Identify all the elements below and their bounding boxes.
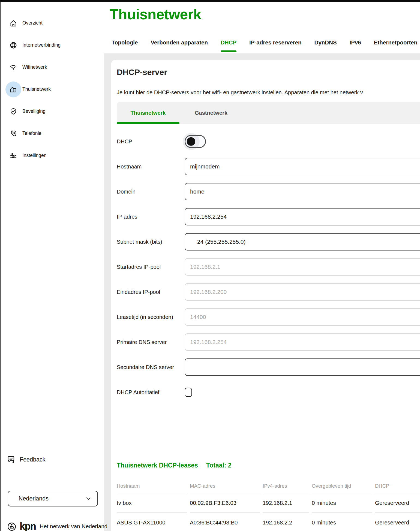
secundaire-dns-label: Secundaire DNS server <box>117 364 174 370</box>
form-row-secundaire-dns: Secundaire DNS server <box>117 355 420 380</box>
column-header: MAC-adres <box>190 483 260 493</box>
sidebar-item-label: Wifinetwerk <box>22 64 47 70</box>
kpn-logo-text: kpn <box>20 521 36 531</box>
form-row-startadres-ip-pool: Startadres IP-pool192.168.2.1 <box>117 254 420 279</box>
sidebar: OverzichtInternetverbindingWifinetwerkTh… <box>0 2 104 531</box>
table-cell: tv box <box>117 493 187 513</box>
table-cell: 192.168.2.2 <box>263 513 309 531</box>
main-content: Thuisnetwerk TopologieVerbonden apparate… <box>105 2 420 531</box>
primaire-dns-label: Primaire DNS server <box>117 339 167 345</box>
feedback-button[interactable]: Feedback <box>7 455 45 464</box>
form-row-domein: Domeinhome <box>117 179 420 204</box>
dhcp-toggle[interactable] <box>185 135 206 148</box>
table-cell: 00:02:9B:F3:E6:03 <box>190 493 260 513</box>
subtab-gastnetwerk[interactable]: Gastnetwerk <box>179 102 243 124</box>
section-tabs: TopologieVerbonden apparatenDHCPIP-adres… <box>112 39 417 46</box>
tab-topologie[interactable]: Topologie <box>112 39 138 46</box>
table-cell: 192.168.2.1 <box>263 493 309 513</box>
leasetijd-label: Leasetijd (in seconden) <box>117 314 173 320</box>
leases-table: HostnaamMAC-adresIPv4-adresOvergebleven … <box>117 483 420 531</box>
domein-input[interactable]: home <box>185 183 420 200</box>
sidebar-item-overzicht[interactable]: Overzicht <box>1 12 104 34</box>
toggle-knob <box>187 137 195 146</box>
chevron-down-icon <box>85 496 91 502</box>
sidebar-item-beveiliging[interactable]: Beveiliging <box>1 100 104 122</box>
dhcp-form: DHCPHostnaammijnmodemDomeinhomeIP-adres1… <box>117 129 420 405</box>
page-title: Thuisnetwerk <box>110 6 201 23</box>
sidebar-item-label: Instellingen <box>22 153 47 158</box>
sidebar-item-telefonie[interactable]: Telefonie <box>1 122 104 144</box>
column-header: Overgebleven tijd <box>312 483 372 493</box>
domein-label: Domein <box>117 189 136 195</box>
form-row-dhcp-autoritatief: DHCP Autoritatief <box>117 380 420 405</box>
form-row-primaire-dns: Primaire DNS server192.168.2.254 <box>117 330 420 355</box>
subnet-mask-select[interactable]: 24 (255.255.255.0) <box>185 233 420 251</box>
tab-dyndns[interactable]: DynDNS <box>314 39 337 46</box>
sidebar-item-thuisnetwerk[interactable]: Thuisnetwerk <box>1 78 104 100</box>
tab-dhcp[interactable]: DHCP <box>221 39 236 46</box>
wifi-icon <box>9 63 18 72</box>
sidebar-item-instellingen[interactable]: Instellingen <box>1 144 104 167</box>
leases-total: Totaal: 2 <box>206 462 232 469</box>
sidebar-item-label: Telefonie <box>22 131 41 136</box>
table-cell: ASUS GT-AX11000 <box>117 513 187 531</box>
sidebar-item-label: Overzicht <box>22 20 43 26</box>
sidebar-nav: OverzichtInternetverbindingWifinetwerkTh… <box>1 12 104 167</box>
table-cell: 0 minutes <box>312 513 372 531</box>
eindadres-ip-pool-label: Eindadres IP-pool <box>117 289 160 295</box>
kpn-modem-admin-page: OverzichtInternetverbindingWifinetwerkTh… <box>0 0 420 531</box>
network-subtabs: ThuisnetwerkGastnetwerk <box>117 102 420 124</box>
card-heading: DHCP-server <box>117 68 167 77</box>
table-cell: Gereserveerd <box>375 493 420 513</box>
table-cell: 0 minutes <box>312 493 372 513</box>
window-top-bar <box>0 0 420 2</box>
content-background: DHCP-server Je kunt hier de DHCP-servers… <box>104 53 420 531</box>
form-row-ip-adres: IP-adres192.168.2.254 <box>117 204 420 229</box>
dhcp-autoritatief-checkbox[interactable] <box>185 388 192 397</box>
table-cell: Gereserveerd <box>375 513 420 531</box>
language-select[interactable]: Nederlands <box>8 491 98 506</box>
shield-check-icon <box>9 107 18 116</box>
globe-icon <box>9 41 18 50</box>
secundaire-dns-input[interactable] <box>185 358 420 376</box>
primaire-dns-input: 192.168.2.254 <box>185 333 420 351</box>
form-row-dhcp-toggle: DHCP <box>117 129 420 154</box>
table-cell: A0:36:BC:44:93:B0 <box>190 513 260 531</box>
column-header: IPv4-adres <box>263 483 309 493</box>
subtab-thuisnetwerk[interactable]: Thuisnetwerk <box>117 102 179 124</box>
sidebar-item-label: Internetverbinding <box>22 42 61 48</box>
ip-adres-input[interactable]: 192.168.2.254 <box>185 208 420 225</box>
leases-heading: Thuisnetwerk DHCP-leasesTotaal: 2 <box>117 462 232 469</box>
tab-ipv6[interactable]: IPv6 <box>350 39 361 46</box>
home-icon <box>9 19 18 28</box>
hostnaam-input[interactable]: mijnmodem <box>185 158 420 175</box>
sidebar-item-label: Thuisnetwerk <box>22 86 51 92</box>
subnet-mask-label: Subnet mask (bits) <box>117 239 162 245</box>
form-row-hostnaam: Hostnaammijnmodem <box>117 154 420 179</box>
tab-ethernetpoorten[interactable]: Ethernetpoorten <box>374 39 417 46</box>
hostnaam-label: Hostnaam <box>117 164 142 170</box>
home-network-icon <box>9 85 18 94</box>
form-row-eindadres-ip-pool: Eindadres IP-pool192.168.2.200 <box>117 279 420 304</box>
form-row-subnet-mask: Subnet mask (bits)24 (255.255.255.0) <box>117 229 420 254</box>
phone-icon <box>9 129 18 138</box>
kpn-tagline: Het netwerk van Nederland <box>40 523 107 530</box>
dhcp-autoritatief-label: DHCP Autoritatief <box>117 389 159 396</box>
dhcp-server-card: DHCP-server Je kunt hier de DHCP-servers… <box>111 60 420 531</box>
feedback-icon <box>7 455 16 464</box>
dhcp-toggle-label: DHCP <box>117 138 132 145</box>
feedback-label: Feedback <box>20 456 45 463</box>
form-row-leasetijd: Leasetijd (in seconden)14400 <box>117 304 420 330</box>
sliders-icon <box>9 151 18 160</box>
tab-ip-adres-reserveren[interactable]: IP-adres reserveren <box>249 39 301 46</box>
tab-verbonden-apparaten[interactable]: Verbonden apparaten <box>151 39 208 46</box>
card-description: Je kunt hier de DHCP-servers voor het wi… <box>117 89 363 96</box>
sidebar-item-label: Beveiliging <box>22 108 46 114</box>
column-header: Hostnaam <box>117 483 187 493</box>
sidebar-item-internetverbinding[interactable]: Internetverbinding <box>1 34 104 56</box>
sidebar-item-wifinetwerk[interactable]: Wifinetwerk <box>1 56 104 78</box>
kpn-brand: kpn Het netwerk van Nederland <box>7 521 107 531</box>
eindadres-ip-pool-input: 192.168.2.200 <box>185 283 420 301</box>
language-value: Nederlands <box>19 495 49 502</box>
column-header: DHCP <box>375 483 420 493</box>
